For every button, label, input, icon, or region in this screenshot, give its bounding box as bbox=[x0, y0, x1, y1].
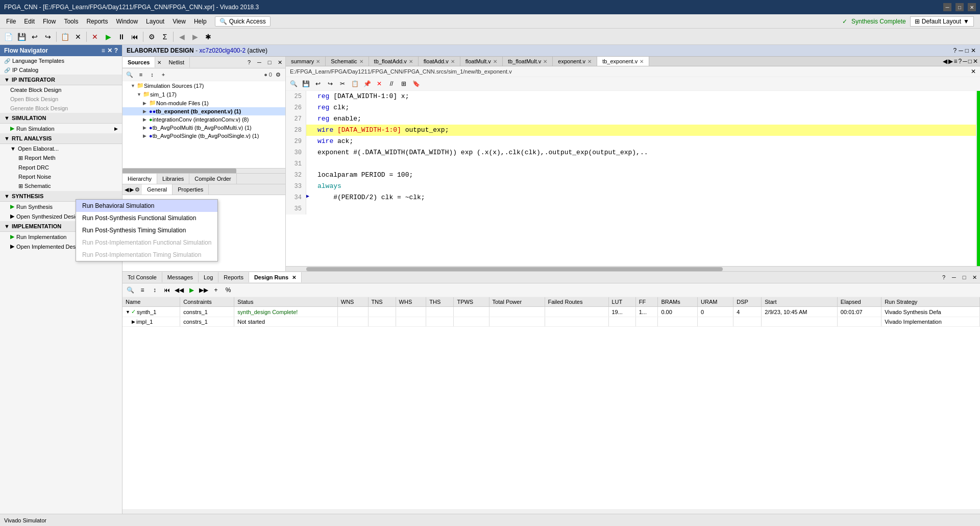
tab-sources[interactable]: Sources bbox=[122, 57, 155, 67]
nav-item-report-meth[interactable]: ⊞ Report Meth bbox=[0, 153, 122, 163]
menu-tools[interactable]: Tools bbox=[60, 16, 82, 27]
dr-sort-btn[interactable]: ↕ bbox=[149, 284, 160, 296]
nav-item-run-simulation[interactable]: ▶ Run Simulation ▶ bbox=[0, 124, 122, 133]
close-tb-floatmult-tab[interactable]: ✕ bbox=[543, 59, 547, 64]
bp-help-btn[interactable]: ? bbox=[939, 273, 948, 282]
src-sort-btn[interactable]: ↕ bbox=[147, 69, 157, 80]
tab-exponent[interactable]: exponent.v ✕ bbox=[553, 57, 597, 66]
ed-save-btn[interactable]: 💾 bbox=[300, 78, 311, 89]
code-area[interactable]: 25 reg [DATA_WIDTH-1:0] x; 26 reg clk; bbox=[286, 91, 976, 266]
src-settings-btn[interactable]: ⚙ bbox=[273, 69, 283, 80]
dr-search-btn[interactable]: 🔍 bbox=[125, 284, 136, 296]
panel-max-btn[interactable]: □ bbox=[265, 58, 274, 67]
minimize-button[interactable]: ─ bbox=[943, 3, 951, 11]
tree-integration-conv[interactable]: ▶ ● integrationConv (integrationConv.v) … bbox=[122, 115, 285, 124]
ed-cut-btn[interactable]: ✂ bbox=[337, 78, 348, 89]
close-floatmult-tab[interactable]: ✕ bbox=[493, 59, 497, 64]
menu-reports[interactable]: Reports bbox=[82, 16, 112, 27]
tab-reports[interactable]: Reports bbox=[218, 272, 249, 282]
bp-max-btn[interactable]: □ bbox=[960, 273, 969, 282]
tab-hierarchy[interactable]: Hierarchy bbox=[122, 174, 157, 184]
ed-paste-btn[interactable]: 📌 bbox=[361, 78, 373, 89]
tree-tb-exponent[interactable]: ▶ ●● tb_exponent (tb_exponent.v) (1) bbox=[122, 107, 285, 115]
nav-item-report-drc[interactable]: Report DRC bbox=[0, 163, 122, 172]
editor-close-file-btn[interactable]: ✕ bbox=[971, 68, 976, 75]
restart-button[interactable]: ⏮ bbox=[129, 31, 141, 43]
nav-item-open-block-design[interactable]: Open Block Design bbox=[0, 94, 122, 104]
menu-window[interactable]: Window bbox=[112, 16, 142, 27]
close-floatadd-tab[interactable]: ✕ bbox=[451, 59, 455, 64]
step-button[interactable]: ⏸ bbox=[115, 31, 128, 43]
tab-design-runs[interactable]: Design Runs ✕ bbox=[249, 272, 302, 282]
tree-sim-sources[interactable]: ▼ 📁 Simulation Sources (17) bbox=[122, 81, 285, 90]
panel-min-btn[interactable]: ─ bbox=[255, 58, 264, 67]
dr-filter-btn[interactable]: ≡ bbox=[137, 284, 148, 296]
save-button[interactable]: 💾 bbox=[15, 31, 28, 43]
sigma-button[interactable]: Σ bbox=[159, 31, 171, 43]
nav-item-report-noise[interactable]: Report Noise bbox=[0, 172, 122, 181]
nav-section-ip-integrator[interactable]: ▼ IP INTEGRATOR bbox=[0, 75, 122, 85]
ed-search-btn[interactable]: 🔍 bbox=[288, 78, 299, 89]
undo-button[interactable]: ↩ bbox=[29, 31, 41, 43]
menu-run-behavioral-sim[interactable]: Run Behavioral Simulation bbox=[76, 200, 217, 212]
ed-format-btn[interactable]: ⊞ bbox=[398, 78, 409, 89]
panel-help-btn[interactable]: ? bbox=[244, 58, 254, 67]
ed-redo-btn[interactable]: ↪ bbox=[325, 78, 336, 89]
tab-close-btn[interactable]: ✕ bbox=[973, 58, 978, 65]
tree-sim-1[interactable]: ▼ 📁 sim_1 (17) bbox=[122, 90, 285, 99]
close-button[interactable]: ✕ bbox=[968, 3, 976, 11]
tab-prev-btn[interactable]: ◀ bbox=[943, 58, 947, 65]
more-button[interactable]: ✱ bbox=[202, 31, 214, 43]
menu-run-post-synthesis-timing-sim[interactable]: Run Post-Synthesis Timing Simulation bbox=[76, 224, 217, 236]
tab-schematic[interactable]: Schematic ✕ bbox=[326, 57, 369, 66]
nav-item-create-block-design[interactable]: Create Block Design bbox=[0, 85, 122, 94]
dr-add-btn[interactable]: + bbox=[210, 284, 222, 296]
tab-compile-order[interactable]: Compile Order bbox=[189, 174, 237, 184]
ed-bookmark-btn[interactable]: 🔖 bbox=[410, 78, 422, 89]
tab-help-btn[interactable]: ? bbox=[959, 58, 962, 65]
dr-next-btn[interactable]: ▶▶ bbox=[198, 284, 209, 296]
close-exponent-tab[interactable]: ✕ bbox=[587, 59, 592, 64]
tab-min-btn[interactable]: ─ bbox=[963, 58, 967, 65]
tab-general[interactable]: General bbox=[142, 184, 173, 195]
dr-prev-btn[interactable]: ◀◀ bbox=[174, 284, 185, 296]
layout-dropdown[interactable]: ⊞ Default Layout ▼ bbox=[910, 16, 974, 27]
nav-section-rtl[interactable]: ▼ RTL ANALYSIS bbox=[0, 133, 122, 144]
src-filter-btn[interactable]: ≡ bbox=[136, 69, 146, 80]
settings-button[interactable]: ⚙ bbox=[145, 31, 158, 43]
dr-first-btn[interactable]: ⏮ bbox=[161, 284, 173, 296]
tab-floatmult[interactable]: floatMult.v ✕ bbox=[460, 57, 503, 66]
table-row[interactable]: ▼ ✓ synth_1 constrs_1 synth_design Compl… bbox=[122, 307, 980, 317]
menu-help[interactable]: Help bbox=[190, 16, 211, 27]
tab-max-btn[interactable]: □ bbox=[968, 58, 972, 65]
sources-hscroll[interactable] bbox=[122, 168, 285, 173]
tab-tcl-console[interactable]: Tcl Console bbox=[122, 272, 162, 282]
tab-netlist[interactable]: Netlist bbox=[163, 57, 190, 67]
tab-log[interactable]: Log bbox=[199, 272, 218, 282]
ed-comment-btn[interactable]: // bbox=[386, 78, 397, 89]
dr-run-btn[interactable]: ▶ bbox=[186, 284, 197, 296]
tab-summary[interactable]: summary ✕ bbox=[286, 57, 326, 66]
nav-item-generate-block-design[interactable]: Generate Block Design bbox=[0, 104, 122, 113]
close-summary-tab[interactable]: ✕ bbox=[316, 59, 320, 64]
copy-button[interactable]: 📋 bbox=[59, 31, 71, 43]
elab-close-icon[interactable]: ✕ bbox=[971, 47, 976, 54]
arrow-right-button[interactable]: ▶ bbox=[189, 31, 201, 43]
dr-percent-btn[interactable]: % bbox=[223, 284, 234, 296]
tree-avg-pool-multi[interactable]: ▶ ● tb_AvgPoolMulti (tb_AvgPoolMulti.v) … bbox=[122, 124, 285, 132]
editor-vscrollbar[interactable] bbox=[976, 91, 980, 266]
bp-restore-btn[interactable]: ✕ bbox=[970, 273, 979, 282]
tab-tb-exponent[interactable]: tb_exponent.v ✕ bbox=[597, 57, 649, 66]
nav-item-language-templates[interactable]: 🔗 Language Templates bbox=[0, 56, 122, 65]
menu-run-post-synthesis-functional-sim[interactable]: Run Post-Synthesis Functional Simulation bbox=[76, 212, 217, 224]
tab-properties[interactable]: Properties bbox=[173, 184, 209, 195]
tab-messages[interactable]: Messages bbox=[162, 272, 199, 282]
menu-layout[interactable]: Layout bbox=[142, 16, 168, 27]
nav-item-ip-catalog[interactable]: 🔗 IP Catalog bbox=[0, 65, 122, 75]
run-button[interactable]: ▶ bbox=[102, 31, 114, 43]
delete-button[interactable]: ✕ bbox=[72, 31, 84, 43]
src-search-btn[interactable]: 🔍 bbox=[125, 69, 135, 80]
tree-nonmodule[interactable]: ▶ 📁 Non-module Files (1) bbox=[122, 99, 285, 107]
ed-copy-btn[interactable]: 📋 bbox=[349, 78, 360, 89]
arrow-left-button[interactable]: ◀ bbox=[176, 31, 188, 43]
